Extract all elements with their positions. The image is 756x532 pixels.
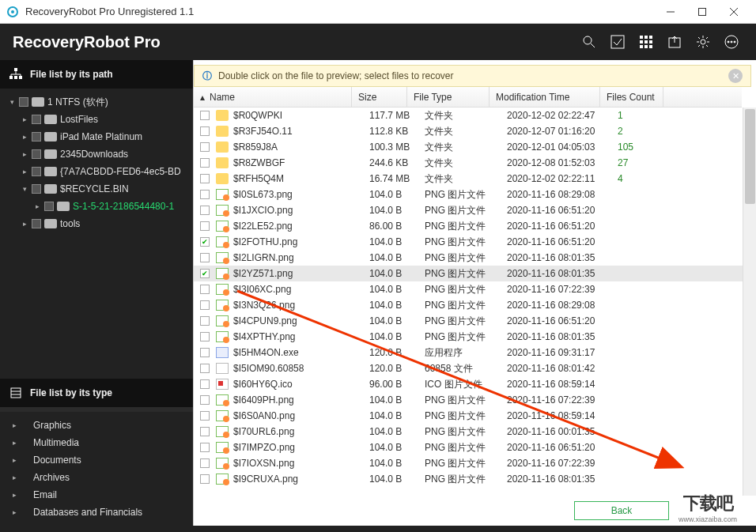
tree-item[interactable]: ▸{7A7ACBDD-FED6-4ec5-BD (0, 163, 193, 180)
export-button[interactable] (663, 30, 686, 54)
scrollbar[interactable] (743, 108, 756, 496)
file-row[interactable]: $I9CRUXA.png104.0 BPNG 图片文件2020-11-16 08… (194, 471, 756, 487)
col-size[interactable]: Size (352, 87, 407, 107)
file-row[interactable]: $R0QWPKI117.7 MB文件夹2020-12-02 02:22:471 (194, 108, 756, 123)
file-icon (216, 189, 229, 200)
type-list[interactable]: ▸Graphics▸Multimedia▸Documents▸Archives▸… (0, 407, 193, 526)
file-row[interactable]: $I4CPUN9.png104.0 BPNG 图片文件2020-11-16 06… (194, 313, 756, 329)
watermark: 下载吧 www.xiazaiba.com (664, 488, 751, 527)
row-checkbox[interactable] (200, 395, 210, 405)
check-button[interactable] (606, 30, 629, 54)
row-checkbox[interactable] (200, 174, 210, 183)
file-row[interactable]: $RFH5Q4M16.74 MB文件夹2020-12-02 02:22:114 (194, 171, 756, 187)
more-button[interactable] (720, 30, 743, 54)
row-checkbox[interactable] (200, 474, 210, 484)
tree-item[interactable]: ▸tools (0, 215, 193, 232)
grid-view-button[interactable] (634, 30, 658, 54)
type-item[interactable]: ▸Multimedia (0, 434, 193, 451)
svg-rect-10 (644, 36, 648, 39)
row-checkbox[interactable] (200, 348, 210, 357)
row-checkbox[interactable] (200, 411, 210, 421)
file-row[interactable]: $I7IMPZO.png104.0 BPNG 图片文件2020-11-16 06… (194, 440, 756, 455)
file-icon (216, 126, 229, 137)
row-checkbox[interactable] (200, 458, 210, 468)
file-row[interactable]: $R8ZWBGF244.6 KB文件夹2020-12-08 01:52:0327 (194, 155, 756, 171)
file-row[interactable]: $I22LE52.png86.00 BPNG 图片文件2020-11-16 06… (194, 218, 756, 234)
banner-close-button[interactable]: ✕ (728, 69, 743, 83)
file-row[interactable]: $I3N3Q26.png104.0 BPNG 图片文件2020-11-16 08… (194, 297, 756, 313)
tree-item[interactable]: ▸iPad Mate Platinum (0, 128, 193, 145)
sidebar: File list by its path ▾1 NTFS (软件)▸LostF… (0, 60, 193, 526)
file-row[interactable]: $I6S0AN0.png104.0 BPNG 图片文件2020-11-16 08… (194, 408, 756, 424)
search-button[interactable] (577, 30, 601, 54)
file-row[interactable]: $R859J8A100.3 MB文件夹2020-12-01 04:05:0310… (194, 139, 756, 155)
svg-rect-12 (640, 40, 643, 43)
app-brand: RecoveryRobot Pro (13, 33, 573, 51)
type-item[interactable]: ▸Documents (0, 451, 193, 469)
folder-tree[interactable]: ▾1 NTFS (软件)▸LostFiles▸iPad Mate Platinu… (0, 89, 193, 237)
file-row[interactable]: $I0SL673.png104.0 BPNG 图片文件2020-11-16 08… (194, 187, 756, 202)
back-button[interactable]: Back (574, 501, 669, 520)
tree-item[interactable]: ▾$RECYCLE.BIN (0, 180, 193, 198)
row-checkbox[interactable] (200, 285, 210, 294)
file-list[interactable]: $R0QWPKI117.7 MB文件夹2020-12-02 02:22:471$… (194, 108, 756, 496)
col-name[interactable]: Name (210, 92, 235, 103)
sidebar-type-header: File list by its type (0, 379, 193, 407)
row-checkbox[interactable] (200, 300, 210, 310)
column-header[interactable]: ▴Name Size File Type Modification Time F… (194, 87, 742, 108)
row-checkbox[interactable] (200, 379, 210, 389)
tree-item[interactable]: ▸S-1-5-21-2186544480-1 (0, 198, 193, 215)
svg-point-19 (701, 40, 705, 44)
file-row[interactable]: $I2LIGRN.png104.0 BPNG 图片文件2020-11-16 08… (194, 250, 756, 266)
row-checkbox[interactable] (200, 158, 210, 168)
row-checkbox[interactable] (200, 443, 210, 452)
file-row[interactable]: $I70URL6.png104.0 BPNG 图片文件2020-11-16 00… (194, 424, 756, 440)
content-area: ⓘ Double click on the file to preview; s… (193, 60, 756, 526)
tree-icon (9, 68, 22, 81)
type-item[interactable]: ▸Archives (0, 469, 193, 486)
file-row[interactable]: $I7IOXSN.png104.0 BPNG 图片文件2020-11-16 07… (194, 455, 756, 471)
window-close-button[interactable] (718, 1, 750, 23)
settings-button[interactable] (691, 30, 715, 54)
file-row[interactable]: $R3FJ54O.11112.8 KB文件夹2020-12-07 01:16:2… (194, 123, 756, 139)
file-row[interactable]: $I2YZ571.png104.0 BPNG 图片文件2020-11-16 08… (194, 266, 756, 281)
type-item[interactable]: ▸Email (0, 486, 193, 504)
type-item[interactable]: ▸Databases and Financials (0, 504, 193, 521)
col-count[interactable]: Files Count (600, 87, 663, 107)
file-row[interactable]: $I60HY6Q.ico96.00 BICO 图片文件2020-11-16 08… (194, 376, 756, 392)
row-checkbox[interactable] (200, 206, 210, 215)
col-type[interactable]: File Type (407, 87, 490, 107)
row-checkbox[interactable] (200, 427, 210, 436)
svg-rect-9 (640, 36, 643, 39)
file-row[interactable]: $I3I06XC.png104.0 BPNG 图片文件2020-11-16 07… (194, 281, 756, 297)
file-row[interactable]: $I5HM4ON.exe120.0 B应用程序2020-11-16 09:31:… (194, 345, 756, 360)
svg-rect-3 (699, 8, 706, 15)
type-item[interactable]: ▸Graphics (0, 417, 193, 434)
window-minimize-button[interactable] (655, 1, 686, 23)
file-row[interactable]: $I5IOM90.60858120.0 B60858 文件2020-11-16 … (194, 360, 756, 376)
tree-item[interactable]: ▾1 NTFS (软件) (0, 93, 193, 111)
file-row[interactable]: $I1JXCIO.png104.0 BPNG 图片文件2020-11-16 06… (194, 202, 756, 218)
file-icon (216, 458, 229, 469)
row-checkbox[interactable] (200, 190, 210, 199)
row-checkbox[interactable] (200, 111, 210, 120)
file-row[interactable]: $I2FOTHU.png104.0 BPNG 图片文件2020-11-16 06… (194, 234, 756, 250)
row-checkbox[interactable] (200, 269, 210, 278)
row-checkbox[interactable] (200, 126, 210, 136)
file-icon (216, 379, 229, 390)
svg-rect-17 (649, 45, 652, 48)
file-row[interactable]: $I6409PH.png104.0 BPNG 图片文件2020-11-16 07… (194, 392, 756, 408)
col-mod[interactable]: Modification Time (490, 87, 600, 107)
tree-item[interactable]: ▸LostFiles (0, 111, 193, 128)
row-checkbox[interactable] (200, 237, 210, 247)
row-checkbox[interactable] (200, 221, 210, 231)
scrollbar-thumb[interactable] (745, 109, 755, 204)
tree-item[interactable]: ▸2345Downloads (0, 145, 193, 163)
row-checkbox[interactable] (200, 364, 210, 373)
row-checkbox[interactable] (200, 253, 210, 262)
row-checkbox[interactable] (200, 316, 210, 326)
row-checkbox[interactable] (200, 142, 210, 152)
file-row[interactable]: $I4XPTHY.png104.0 BPNG 图片文件2020-11-16 08… (194, 329, 756, 345)
window-maximize-button[interactable] (686, 1, 718, 23)
row-checkbox[interactable] (200, 332, 210, 341)
